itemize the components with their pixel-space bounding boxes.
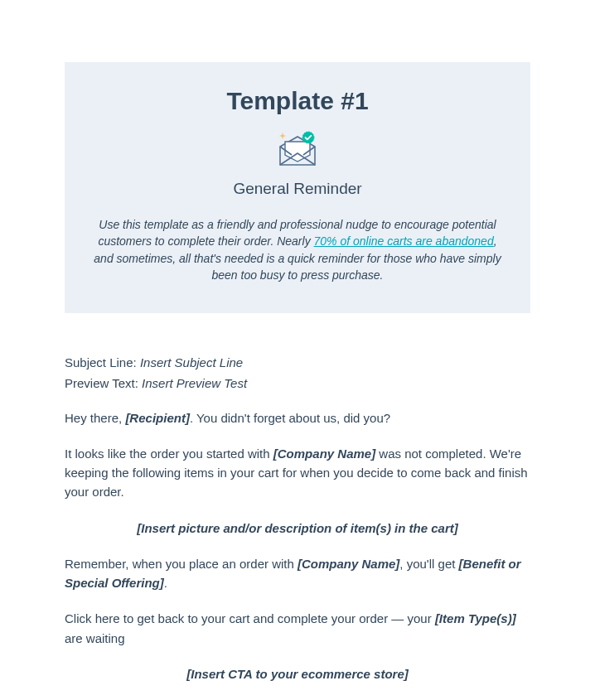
company-placeholder-1: [Company Name] [273, 447, 375, 461]
order-paragraph: It looks like the order you started with… [65, 444, 530, 502]
benefit-post: . [164, 576, 167, 590]
cta-post: are waiting [65, 631, 125, 645]
template-subtitle: General Reminder [89, 180, 506, 198]
subject-line: Subject Line: Insert Subject Line [65, 353, 530, 372]
insert-picture-placeholder: [Insert picture and/or description of it… [65, 519, 530, 538]
cta-pre: Click here to get back to your cart and … [65, 611, 435, 625]
envelope-check-icon [89, 130, 506, 170]
recipient-placeholder: [Recipient] [125, 411, 190, 425]
preview-value: Insert Preview Test [142, 376, 247, 390]
order-pre: It looks like the order you started with [65, 447, 273, 461]
abandoned-cart-stat-link[interactable]: 70% of online carts are abandoned [314, 234, 494, 248]
subject-label: Subject Line: [65, 355, 140, 369]
benefit-pre: Remember, when you place an order with [65, 557, 298, 571]
benefit-mid: , you'll get [399, 557, 458, 571]
item-type-placeholder: [Item Type(s)] [435, 611, 516, 625]
greeting-paragraph: Hey there, [Recipient]. You didn't forge… [65, 408, 530, 427]
benefit-paragraph: Remember, when you place an order with [… [65, 554, 530, 593]
template-header: Template #1 General Reminder Use this te… [65, 62, 530, 313]
greeting-post: . You didn't forget about us, did you? [190, 411, 390, 425]
template-title: Template #1 [89, 87, 506, 115]
insert-cta-placeholder: [Insert CTA to your ecommerce store] [65, 664, 530, 683]
company-placeholder-2: [Company Name] [298, 557, 399, 571]
template-intro: Use this template as a friendly and prof… [89, 216, 506, 283]
preview-text: Preview Text: Insert Preview Test [65, 374, 530, 393]
preview-label: Preview Text: [65, 376, 142, 390]
template-body: Subject Line: Insert Subject Line Previe… [65, 313, 530, 700]
cta-paragraph: Click here to get back to your cart and … [65, 609, 530, 648]
subject-value: Insert Subject Line [140, 355, 243, 369]
greeting-pre: Hey there, [65, 411, 125, 425]
